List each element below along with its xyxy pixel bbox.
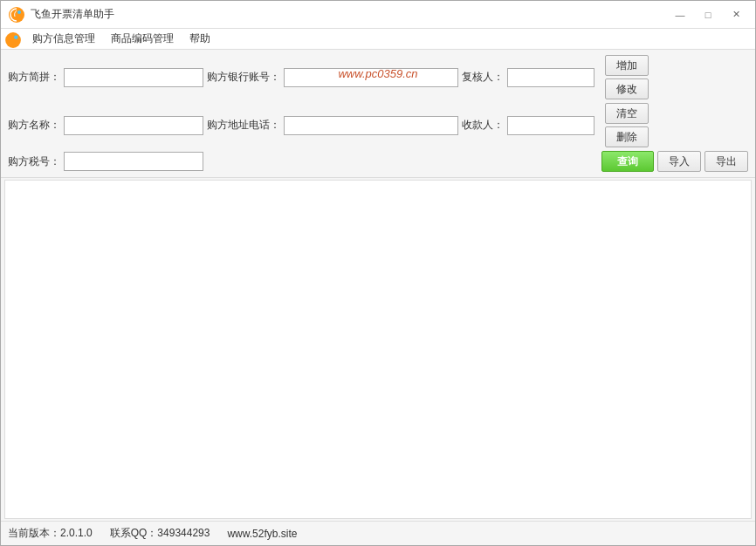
menu-bar: 购方信息管理 商品编码管理 帮助	[1, 29, 755, 50]
field-address-input[interactable]	[284, 116, 458, 135]
svg-point-1	[17, 10, 21, 14]
field-jianpin-label: 购方简拼：	[8, 70, 60, 85]
close-button[interactable]: ✕	[724, 6, 748, 24]
svg-point-2	[5, 32, 21, 48]
add-button[interactable]: 增加	[605, 55, 649, 76]
menu-help[interactable]: 帮助	[182, 30, 217, 48]
menu-product-code[interactable]: 商品编码管理	[104, 30, 181, 48]
field-taxno-label: 购方税号：	[8, 154, 60, 169]
delete-button[interactable]: 删除	[605, 126, 649, 147]
field-address-label: 购方地址电话：	[207, 118, 280, 133]
import-button[interactable]: 导入	[657, 151, 701, 172]
menu-icon	[4, 31, 20, 47]
field-bank-label: 购方银行账号：	[207, 70, 280, 85]
app-icon	[8, 6, 25, 24]
main-content-area	[4, 180, 752, 519]
export-button[interactable]: 导出	[704, 151, 748, 172]
field-payee-label: 收款人：	[462, 118, 504, 133]
field-payee-input[interactable]	[507, 116, 594, 135]
field-reviewer-input[interactable]	[507, 68, 594, 87]
title-bar-left: 飞鱼开票清单助手	[8, 6, 114, 24]
clear-button[interactable]: 清空	[605, 103, 649, 124]
window-title: 飞鱼开票清单助手	[31, 7, 114, 22]
query-button[interactable]: 查询	[601, 151, 654, 172]
field-name-input[interactable]	[64, 116, 203, 135]
contact-text: 联系QQ：349344293	[110, 526, 210, 541]
field-jianpin-input[interactable]	[64, 68, 203, 87]
field-bank-input[interactable]	[284, 68, 458, 87]
minimize-button[interactable]: —	[668, 6, 692, 24]
version-text: 当前版本：2.0.1.0	[8, 526, 93, 541]
title-bar-controls: — □ ✕	[668, 6, 748, 24]
modify-button[interactable]: 修改	[605, 78, 649, 99]
website-text: www.52fyb.site	[227, 528, 297, 540]
menu-purchase-info[interactable]: 购方信息管理	[25, 30, 102, 48]
status-bar: 当前版本：2.0.1.0 联系QQ：349344293 www.52fyb.si…	[1, 521, 755, 545]
field-taxno-input[interactable]	[64, 152, 203, 171]
title-bar: 飞鱼开票清单助手 — □ ✕	[1, 1, 755, 29]
main-window: 飞鱼开票清单助手 — □ ✕ 购方信息管理 商品编码管理 帮助 www.pc03…	[0, 0, 756, 546]
maximize-button[interactable]: □	[696, 6, 720, 24]
field-name-label: 购方名称：	[8, 118, 60, 133]
toolbar: 购方简拼： 购方银行账号： 复核人： 增加 修改 购方名称： 购方地址电话： 收…	[1, 50, 755, 178]
svg-point-3	[14, 35, 17, 38]
field-reviewer-label: 复核人：	[462, 70, 504, 85]
